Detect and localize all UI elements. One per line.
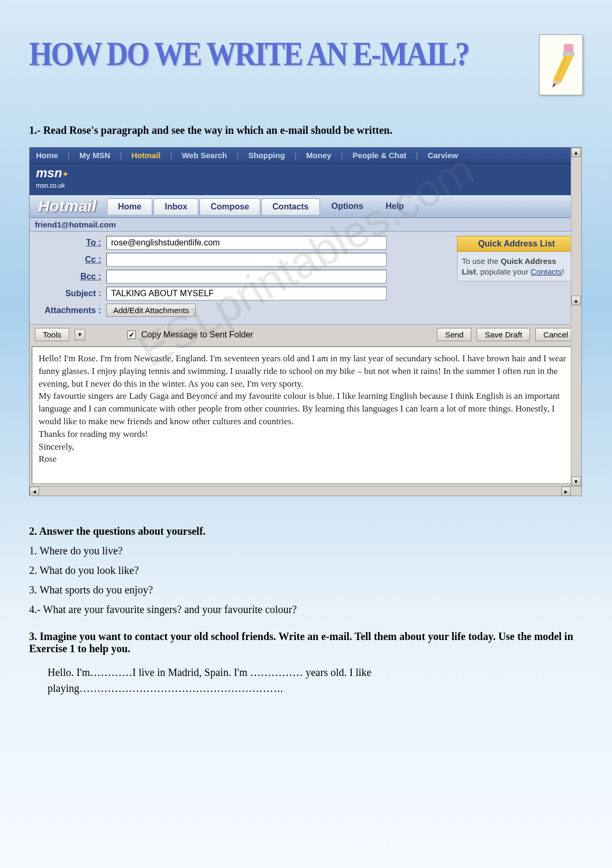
attachments-label: Attachments : bbox=[35, 306, 106, 315]
nav-shopping[interactable]: Shopping bbox=[248, 151, 285, 160]
exercise3-body: Hello. I'm…………I live in Madrid, Spain. I… bbox=[29, 664, 583, 696]
copy-label: Copy Message to Sent Folder bbox=[141, 330, 253, 340]
msn-logo: msn✦ msn.co.uk bbox=[30, 163, 581, 195]
scroll-right-icon[interactable]: ► bbox=[561, 487, 571, 496]
header: HOW DO WE WRITE AN E-MAIL? bbox=[29, 34, 583, 95]
section-3: 3. Imagine you want to contact your old … bbox=[29, 631, 583, 696]
cancel-button[interactable]: Cancel bbox=[535, 328, 576, 341]
question-2: 2. What do you look like? bbox=[29, 564, 583, 577]
tab-compose[interactable]: Compose bbox=[199, 198, 260, 215]
nav-carview[interactable]: Carview bbox=[427, 151, 458, 160]
bcc-label: Bcc : bbox=[35, 272, 106, 281]
svg-marker-2 bbox=[553, 56, 573, 83]
tab-home[interactable]: Home bbox=[107, 198, 152, 215]
tab-help[interactable]: Help bbox=[375, 198, 415, 214]
section-2: 2. Answer the questions about yourself. … bbox=[29, 525, 583, 616]
subject-input[interactable] bbox=[106, 287, 387, 300]
section3-heading: 3. Imagine you want to contact your old … bbox=[29, 631, 573, 654]
message-p2: My favourtie singers are Lady Gaga and B… bbox=[39, 390, 572, 427]
save-draft-button[interactable]: Save Draft bbox=[477, 328, 530, 341]
compose-form: To : Cc : Bcc : Subject : Attachments : … bbox=[30, 232, 581, 324]
nav-mymsn[interactable]: My MSN bbox=[79, 151, 110, 160]
send-button[interactable]: Send bbox=[437, 328, 471, 341]
pencil-image bbox=[539, 34, 583, 95]
hotmail-window: ▲ ▲ ▼ Home| My MSN| Hotmail| Web Search|… bbox=[29, 147, 582, 496]
quick-address-header: Quick Address List bbox=[457, 236, 576, 252]
scroll-left-icon[interactable]: ◄ bbox=[30, 487, 39, 496]
subject-label: Subject : bbox=[35, 289, 106, 298]
nav-home[interactable]: Home bbox=[36, 151, 58, 160]
to-label: To : bbox=[35, 238, 106, 248]
tools-dropdown-icon[interactable]: ▼ bbox=[75, 329, 85, 341]
message-p3: Thanks for reading my words! bbox=[39, 428, 572, 441]
quick-address-body: To use the Quick Address List, populate … bbox=[457, 252, 576, 281]
bcc-input[interactable] bbox=[106, 270, 387, 284]
tab-contacts[interactable]: Contacts bbox=[261, 198, 319, 215]
tab-options[interactable]: Options bbox=[321, 198, 374, 214]
question-1: 1. Where do you live? bbox=[29, 545, 583, 557]
message-p5: Rose bbox=[39, 453, 572, 465]
page-title: HOW DO WE WRITE AN E-MAIL? bbox=[29, 34, 469, 74]
compose-toolbar: Tools ▼ ✔ Copy Message to Sent Folder Se… bbox=[30, 324, 581, 344]
hotmail-logo: Hotmail bbox=[34, 197, 107, 215]
scroll-down-icon[interactable]: ▼ bbox=[571, 477, 581, 486]
message-p1: Hello! I'm Rose. I'm from Newcastle, Eng… bbox=[39, 352, 572, 390]
question-3: 3. What sports do you enjoy? bbox=[29, 584, 583, 596]
user-email: friend1@hotmail.com bbox=[30, 218, 581, 232]
nav-websearch[interactable]: Web Search bbox=[182, 151, 227, 160]
hotmail-tabs-bar: Hotmail Home Inbox Compose Contacts Opti… bbox=[30, 195, 581, 218]
section2-heading: 2. Answer the questions about yourself. bbox=[29, 525, 206, 537]
tools-button[interactable]: Tools bbox=[35, 328, 69, 341]
msn-logo-text: msn bbox=[36, 166, 62, 180]
contacts-link[interactable]: Contacts bbox=[531, 267, 562, 276]
scrollbar-horizontal[interactable]: ◄ ► bbox=[30, 486, 581, 496]
msn-domain: msn.co.uk bbox=[36, 182, 65, 189]
cc-input[interactable] bbox=[106, 253, 387, 267]
svg-rect-1 bbox=[563, 52, 574, 56]
instruction-1: 1.- Read Rose's paragraph and see the wa… bbox=[29, 124, 583, 136]
nav-hotmail[interactable]: Hotmail bbox=[131, 151, 160, 160]
tab-inbox[interactable]: Inbox bbox=[153, 198, 198, 215]
message-p4: Sincerely, bbox=[39, 441, 572, 453]
attachments-button[interactable]: Add/Edit Attachments bbox=[106, 304, 196, 317]
nav-people[interactable]: People & Chat bbox=[353, 151, 407, 160]
scroll-up-icon[interactable]: ▲ bbox=[571, 148, 581, 157]
scrollbar-vertical[interactable]: ▲ ▲ ▼ bbox=[571, 148, 581, 486]
msn-nav-bar: Home| My MSN| Hotmail| Web Search| Shopp… bbox=[30, 148, 581, 163]
scroll-thumb[interactable]: ▲ bbox=[571, 296, 581, 305]
nav-money[interactable]: Money bbox=[306, 151, 332, 160]
cc-label: Cc : bbox=[35, 255, 106, 264]
question-4: 4.- What are your favourite singers? and… bbox=[29, 604, 583, 616]
quick-address-panel: Quick Address List To use the Quick Addr… bbox=[457, 236, 576, 320]
copy-checkbox[interactable]: ✔ bbox=[127, 331, 136, 339]
message-body[interactable]: Hello! I'm Rose. I'm from Newcastle, Eng… bbox=[32, 346, 579, 484]
to-input[interactable] bbox=[106, 236, 387, 250]
